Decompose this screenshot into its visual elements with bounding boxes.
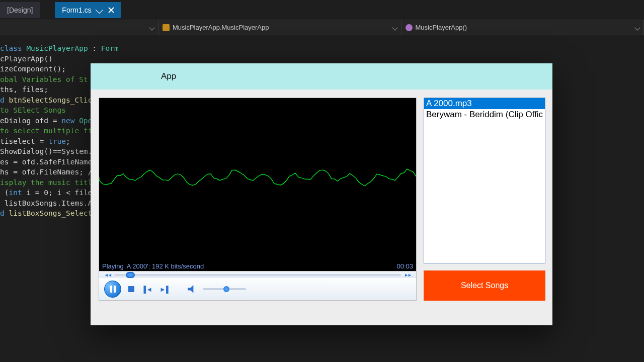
chevron-down-icon (149, 25, 154, 30)
nav-breadcrumb: MusicPlayerApp.MusicPlayerApp MusicPlaye… (0, 20, 644, 35)
songs-listbox[interactable]: A 2000.mp3Berywam - Beriddim (Clip Offic (424, 98, 545, 263)
elapsed-time: 00:03 (396, 262, 413, 270)
media-player: Playing 'A 2000': 192 K bits/second 00:0… (99, 98, 417, 301)
chevron-down-icon (634, 25, 640, 30)
fastforward-icon[interactable]: ►► (404, 273, 411, 278)
player-controls: ▐◄ ►▌ (99, 278, 416, 300)
list-item[interactable]: A 2000.mp3 (424, 98, 545, 109)
seek-thumb[interactable] (126, 272, 135, 278)
seek-bar[interactable]: ◄◄ ►► (99, 271, 416, 278)
volume-thumb[interactable] (223, 286, 229, 292)
select-songs-button[interactable]: Select Songs (424, 270, 545, 301)
rewind-icon[interactable]: ◄◄ (104, 273, 111, 278)
member-label: MusicPlayerApp() (416, 24, 467, 31)
class-icon (163, 24, 170, 31)
volume-icon[interactable] (188, 285, 196, 293)
tab-label: [Design] (7, 6, 33, 14)
volume-slider[interactable] (203, 288, 246, 290)
status-text: Playing 'A 2000': 192 K bits/second (102, 262, 204, 270)
method-icon (406, 24, 413, 31)
seek-track[interactable] (114, 274, 401, 276)
pause-icon (110, 286, 116, 293)
music-player-window: App Playing 'A 2000': 192 K bits/second … (91, 63, 552, 325)
next-button[interactable]: ►▌ (159, 286, 171, 293)
chevron-down-icon (392, 25, 397, 30)
status-strip: Playing 'A 2000': 192 K bits/second 00:0… (99, 261, 416, 271)
visualizer[interactable] (99, 98, 416, 261)
class-label: MusicPlayerApp.MusicPlayerApp (173, 24, 269, 31)
play-pause-button[interactable] (104, 281, 121, 298)
list-item[interactable]: Berywam - Beriddim (Clip Offic (424, 109, 545, 120)
class-dropdown[interactable]: MusicPlayerApp.MusicPlayerApp (158, 20, 401, 35)
app-title: App (161, 71, 176, 81)
tab-label: Form1.cs (62, 6, 91, 14)
previous-button[interactable]: ▐◄ (141, 286, 152, 293)
pin-icon[interactable] (97, 7, 103, 13)
project-dropdown[interactable] (0, 20, 158, 35)
app-titlebar[interactable]: App (91, 63, 552, 89)
select-songs-label: Select Songs (461, 281, 508, 290)
close-icon[interactable] (108, 7, 114, 13)
stop-button[interactable] (128, 286, 134, 292)
member-dropdown[interactable]: MusicPlayerApp() (401, 20, 645, 35)
